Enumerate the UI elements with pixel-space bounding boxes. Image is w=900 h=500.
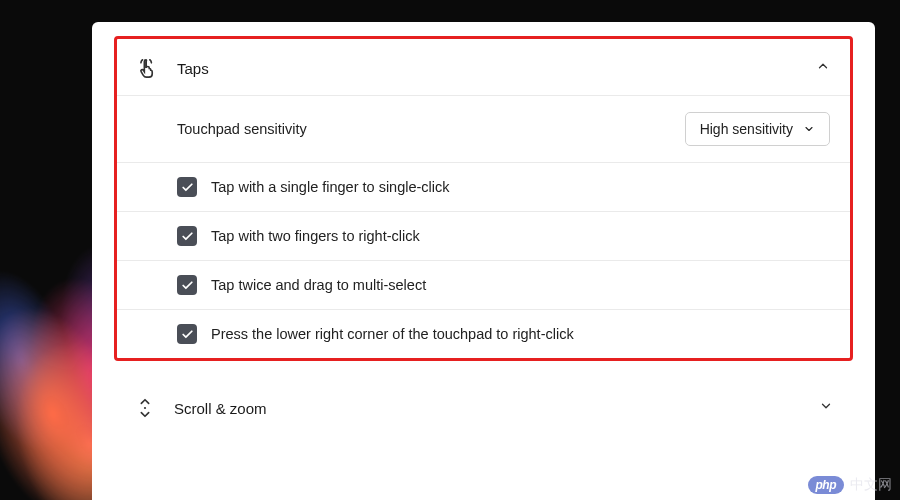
sensitivity-dropdown[interactable]: High sensitivity (685, 112, 830, 146)
checkbox-lower-right-corner[interactable] (177, 324, 197, 344)
label-two-fingers: Tap with two fingers to right-click (211, 228, 420, 244)
checkbox-tap-twice-drag[interactable] (177, 275, 197, 295)
sensitivity-label: Touchpad sensitivity (177, 121, 685, 137)
section-title-scroll-zoom: Scroll & zoom (174, 400, 819, 417)
row-touchpad-sensitivity: Touchpad sensitivity High sensitivity (117, 96, 850, 163)
section-header-taps[interactable]: Taps (117, 39, 850, 96)
label-tap-twice-drag: Tap twice and drag to multi-select (211, 277, 426, 293)
settings-panel: Taps Touchpad sensitivity High sensitivi… (92, 22, 875, 500)
tap-icon (137, 57, 159, 79)
check-icon (181, 328, 194, 341)
scroll-zoom-icon (134, 397, 156, 419)
watermark-text: 中文网 (850, 476, 892, 494)
row-tap-twice-drag: Tap twice and drag to multi-select (117, 261, 850, 310)
svg-point-0 (144, 407, 146, 409)
section-scroll-zoom: Scroll & zoom (114, 379, 853, 437)
chevron-down-icon (819, 399, 833, 417)
watermark-pill: php (808, 476, 845, 494)
check-icon (181, 181, 194, 194)
section-header-scroll-zoom[interactable]: Scroll & zoom (114, 379, 853, 437)
check-icon (181, 230, 194, 243)
checkbox-two-fingers[interactable] (177, 226, 197, 246)
row-lower-right-corner: Press the lower right corner of the touc… (117, 310, 850, 358)
watermark: php 中文网 (808, 476, 893, 494)
section-taps: Taps Touchpad sensitivity High sensitivi… (114, 36, 853, 361)
label-single-finger: Tap with a single finger to single-click (211, 179, 450, 195)
sensitivity-value: High sensitivity (700, 121, 793, 137)
label-lower-right-corner: Press the lower right corner of the touc… (211, 326, 574, 342)
section-title-taps: Taps (177, 60, 816, 77)
chevron-down-icon (803, 123, 815, 135)
check-icon (181, 279, 194, 292)
row-tap-two-fingers: Tap with two fingers to right-click (117, 212, 850, 261)
chevron-up-icon (816, 59, 830, 77)
row-tap-single-finger: Tap with a single finger to single-click (117, 163, 850, 212)
checkbox-single-finger[interactable] (177, 177, 197, 197)
